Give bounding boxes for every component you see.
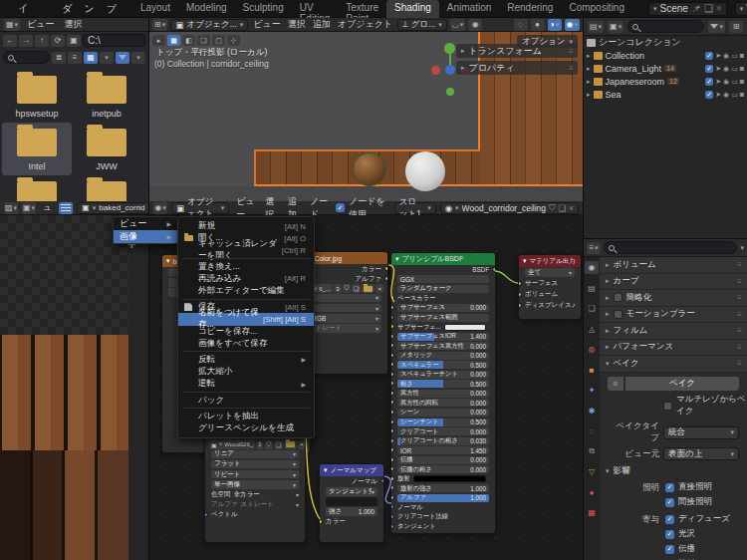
open-folder-icon[interactable] [362,284,374,293]
collapsed-panel-header[interactable]: ▸ モーションブラー ≡ [600,307,747,324]
fake-user-shield-icon[interactable]: ⛉ [264,440,273,449]
tab-object[interactable]: ■ [585,364,599,377]
contribution-option[interactable]: ✓光沢 [665,527,730,542]
gizmo-x-neg-handle[interactable] [431,66,440,75]
lighting-option[interactable]: ✓間接照明 [665,495,712,510]
viewport-menu-view[interactable]: ビュー [251,18,282,31]
menu-item[interactable]: 外部エディターで編集 ▶ [178,285,314,297]
shading-material-button[interactable]: ◑▾ [548,19,562,31]
color-swatch[interactable] [413,475,486,482]
alpha-output-socket[interactable] [384,276,388,281]
bsdf-row[interactable]: クリアコートの粗さ 0.030 [391,436,495,446]
editor-type-button[interactable]: ▨▾ [4,202,18,214]
tab-scene[interactable]: ◬ [585,323,599,336]
new-collection-button[interactable]: ⊞ [729,21,743,33]
filter-dropdown[interactable]: ▾ [131,52,145,64]
viewport-disable-icon[interactable]: ▭ [731,91,738,99]
input-socket[interactable] [390,420,394,424]
grip-icon[interactable]: ≡ [737,260,741,269]
texture-setting-row[interactable]: 単一画像▾ [205,479,305,489]
options-dropdown-icon[interactable]: ▾ [740,244,744,252]
folder-item[interactable]: Intel [2,123,72,175]
select-box-tool[interactable]: ▦ [167,35,180,46]
checkbox-icon[interactable]: ✓ [705,91,713,99]
input-socket[interactable] [518,303,522,308]
select-circle-tool[interactable]: ❏ [197,35,210,46]
selectable-icon[interactable]: ➤ [715,78,721,86]
lighting-option[interactable]: ✓直接照明 [665,480,712,495]
pin-icon[interactable]: 📌︎ [691,3,701,14]
copy-icon[interactable]: ❏ [274,440,283,449]
expand-icon[interactable]: ▸ [587,91,591,99]
bsdf-row[interactable]: サブサーフェス異方性 0.000 [391,341,495,351]
menu-item[interactable]: 逆転 ▶ [178,378,314,390]
bake-button[interactable]: ベイク [625,377,739,391]
copy-icon[interactable]: ❏ [558,203,566,213]
collapsed-panel-header[interactable]: ▸ カーブ ≡ [600,274,747,291]
collapsed-panel-header[interactable]: ▸ 簡略化 ≡ [600,290,747,307]
node-normal-map[interactable]: ▾ノーマルマップ ノーマル タンジェント空間▾ 強さ1.000 カラー [319,463,384,543]
input-socket[interactable] [390,353,394,358]
tab-particles[interactable]: ✱ [585,405,599,418]
output-input-row[interactable]: サーフェス [519,278,581,289]
input-socket[interactable] [390,391,394,396]
mode-dropdown[interactable]: ▣ オブジェク...▾ [170,19,248,31]
image-datablock-row[interactable]: ▣▾Wood026_ 3 ⛉ ❏ × [205,440,305,449]
back-button[interactable]: ← [3,35,17,47]
input-socket[interactable] [390,315,394,320]
tab-material[interactable]: ● [585,486,599,499]
panel-checkbox[interactable] [614,310,622,319]
popup-menu-item[interactable]: ビュー▶ [114,217,177,230]
outliner-filter-button[interactable]: ▾ [708,21,725,33]
normal-output-socket[interactable] [380,478,384,483]
outliner-search-input[interactable] [627,20,704,33]
bsdf-row[interactable]: GGX [391,275,495,285]
collapsed-menus-button[interactable] [59,202,73,214]
bsdf-output-socket[interactable] [492,267,496,272]
editor-type-button[interactable]: ⊞▾ [152,19,167,31]
shading-wireframe-button[interactable]: ◌ [514,19,528,31]
menu-item[interactable]: 名前をつけて保存... [Shift] [Alt] S ▶ [178,313,314,325]
use-nodes-checkbox[interactable]: ✓ [336,203,345,212]
slot-dropdown[interactable]: スロット1▾ [394,202,436,214]
select-tweak-tool[interactable]: ◧ [182,35,195,46]
bsdf-row[interactable]: アルファ 1.000 [391,493,495,503]
tab-output[interactable]: ▤ [585,282,599,295]
workspace-tab[interactable]: UV Editing [292,0,339,18]
color-swatch[interactable] [444,324,486,331]
checkbox-icon[interactable]: ✓ [705,52,713,60]
collapsed-panel-header[interactable]: ▸ パフォーマンス ≡ [600,340,747,357]
input-socket[interactable] [390,400,394,405]
bsdf-row[interactable]: サブサーフェ... [391,322,495,332]
bake-type-dropdown[interactable]: 統合▾ [663,426,739,439]
bsdf-row[interactable]: 粗さ 0.500 [391,380,495,390]
workspace-tab[interactable]: Sculpting [235,0,292,18]
input-socket[interactable] [390,362,394,367]
select-lasso-tool[interactable]: ▢ [212,35,225,46]
scene-collection-row[interactable]: シーンコレクション [584,36,747,49]
input-socket[interactable] [390,504,394,509]
unlink-icon[interactable]: × [375,284,383,293]
bsdf-row[interactable]: タンジェント [391,522,495,532]
contribution-option[interactable]: ✓放射 [665,557,730,560]
path-field[interactable]: C:\ [83,34,145,47]
bsdf-row[interactable]: 伝播の粗さ 0.000 [391,464,495,474]
tab-world[interactable]: ◍ [585,343,599,356]
selectable-icon[interactable]: ➤ [715,52,721,60]
expand-icon[interactable]: ▸ [587,52,591,60]
menu-item[interactable]: グリースペンシルを生成 ▶ [178,422,314,434]
input-socket[interactable] [390,457,394,462]
workspace-tab[interactable]: Texture Paint [338,0,386,18]
outliner-row[interactable]: ▸ Sea ✓ ➤ ◉ ▭ ◙ [584,88,747,101]
display-thumbnail-button[interactable]: ▦ [84,52,98,64]
popup-menu-item[interactable]: 画像▶ [114,230,177,243]
bsdf-row[interactable]: 異方性の回転 0.000 [391,399,495,409]
proportional-edit-toggle[interactable]: ◉ [468,19,482,31]
workspace-tab[interactable]: Rendering [499,0,561,18]
cursor-tool[interactable]: ⊹ [227,35,240,46]
menu-item[interactable]: パック ▶ [178,394,314,406]
render-disable-icon[interactable]: ◙ [740,52,744,60]
bake-panel-header[interactable]: ▾ベイク ≡ [600,356,747,373]
bsdf-row[interactable]: サブサーフェス範囲 [391,313,495,323]
bsdf-row[interactable]: 異方性 0.000 [391,389,495,399]
